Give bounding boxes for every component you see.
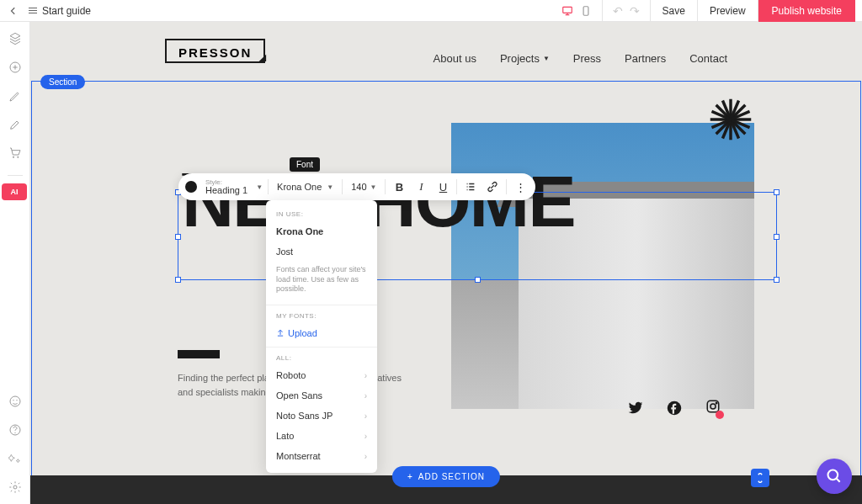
separator — [268, 179, 269, 194]
all-label: ALL: — [266, 351, 377, 365]
twitter-icon[interactable] — [628, 401, 643, 416]
facebook-icon[interactable] — [667, 401, 682, 416]
publish-button[interactable]: Publish website — [758, 0, 855, 22]
save-button[interactable]: Save — [651, 0, 698, 22]
nav-projects[interactable]: Projects▼ — [500, 52, 550, 65]
font-select[interactable]: Krona One ▼ — [274, 182, 337, 192]
svg-rect-1 — [583, 6, 588, 15]
upload-font-button[interactable]: Upload — [266, 323, 377, 343]
undo-button[interactable]: ↶ — [613, 4, 623, 18]
font-option-lato[interactable]: Lato› — [266, 426, 377, 446]
chevron-down-icon: ▼ — [256, 183, 263, 191]
left-sidebar — [0, 22, 30, 504]
preview-button[interactable]: Preview — [698, 0, 758, 22]
nav-partners[interactable]: Partners — [625, 52, 666, 65]
nav-contact[interactable]: Contact — [689, 52, 727, 65]
underline-button[interactable]: U — [434, 178, 451, 195]
font-option-roboto[interactable]: Roboto› — [266, 365, 377, 385]
more-button[interactable]: ⋮ — [512, 178, 529, 195]
italic-button[interactable]: I — [412, 178, 429, 195]
add-section-button[interactable]: + ADD SECTION — [392, 466, 500, 487]
svg-point-31 — [828, 470, 838, 480]
divider — [266, 305, 377, 305]
cart-icon[interactable] — [8, 146, 22, 160]
font-dropdown: IN USE: Krona One Jost Fonts can affect … — [266, 200, 377, 473]
chevron-right-icon: › — [364, 411, 367, 421]
emoji-icon[interactable] — [8, 395, 22, 408]
desktop-icon[interactable] — [561, 5, 573, 17]
accent-bar — [178, 350, 220, 358]
svg-point-5 — [10, 396, 20, 406]
font-option-opensans[interactable]: Open Sans› — [266, 385, 377, 406]
topbar-left: Start guide — [7, 4, 91, 18]
mobile-icon[interactable] — [580, 5, 592, 17]
nav-about[interactable]: About us — [434, 52, 476, 65]
brush-icon[interactable] — [8, 118, 22, 131]
start-guide-button[interactable]: Start guide — [29, 5, 91, 17]
settings-icon[interactable] — [8, 480, 22, 494]
separator — [385, 179, 386, 194]
instagram-icon — [705, 399, 721, 414]
redo-button[interactable]: ↷ — [630, 4, 640, 18]
top-bar: Start guide ↶ ↷ Save Preview Publish web… — [0, 0, 862, 22]
layers-icon[interactable] — [8, 32, 22, 45]
link-button[interactable] — [484, 178, 501, 195]
list-icon — [29, 8, 37, 13]
chevron-right-icon: › — [364, 371, 367, 380]
instagram-icon-wrapper[interactable] — [705, 399, 721, 417]
ai-badge[interactable]: AI — [2, 183, 27, 200]
section-badge[interactable]: Section — [40, 75, 85, 89]
chevron-down-icon: ▼ — [543, 55, 550, 62]
help-icon[interactable] — [8, 423, 22, 437]
site-logo[interactable]: PRESSON — [165, 39, 265, 63]
resize-handle-s[interactable] — [475, 277, 481, 283]
magic-icon[interactable] — [8, 452, 22, 465]
font-option-notosans[interactable]: Noto Sans JP› — [266, 406, 377, 426]
add-element-icon[interactable] — [8, 61, 22, 74]
chevron-right-icon: › — [364, 391, 367, 401]
upload-icon — [276, 329, 285, 337]
help-fab[interactable] — [817, 459, 852, 494]
font-option-krona[interactable]: Krona One — [266, 221, 377, 241]
svg-point-3 — [13, 157, 14, 158]
start-guide-label: Start guide — [42, 5, 91, 17]
svg-point-30 — [716, 402, 717, 404]
chevron-down-icon: ▼ — [327, 183, 333, 191]
font-option-montserrat[interactable]: Montserrat› — [266, 446, 377, 466]
in-use-label: IN USE: — [266, 207, 377, 221]
text-toolbar: Style: Heading 1 ▼ Krona One ▼ 140 ▼ B I… — [178, 173, 535, 200]
search-icon — [826, 468, 843, 485]
svg-point-29 — [710, 404, 716, 409]
svg-point-6 — [13, 400, 13, 401]
divider — [8, 175, 23, 176]
resize-handle-sw[interactable] — [175, 277, 181, 283]
separator — [456, 179, 457, 194]
color-picker[interactable] — [185, 181, 197, 193]
topbar-right: ↶ ↷ Save Preview Publish website — [551, 0, 855, 22]
chevron-right-icon: › — [364, 452, 367, 461]
site-nav: About us Projects▼ Press Partners Contac… — [434, 52, 727, 65]
history-buttons: ↶ ↷ — [603, 0, 651, 22]
chevron-right-icon: › — [364, 432, 367, 441]
separator — [342, 179, 343, 194]
device-toggle — [551, 0, 603, 22]
chevron-down-icon: ▼ — [370, 183, 377, 191]
resize-handle-w[interactable] — [175, 234, 181, 240]
font-option-jost[interactable]: Jost — [266, 241, 377, 262]
size-select[interactable]: 140 ▼ — [348, 182, 380, 192]
resize-handle-e[interactable] — [774, 234, 780, 240]
resize-handle-se[interactable] — [774, 277, 780, 283]
style-select[interactable]: Style: Heading 1 — [202, 179, 251, 195]
reorder-button[interactable] — [751, 469, 769, 487]
social-bar — [628, 399, 721, 417]
svg-point-4 — [17, 157, 19, 158]
svg-rect-0 — [562, 7, 572, 13]
resize-handle-ne[interactable] — [774, 189, 780, 195]
svg-point-10 — [13, 485, 17, 489]
separator — [506, 179, 507, 194]
bold-button[interactable]: B — [391, 178, 407, 195]
back-button[interactable] — [7, 4, 20, 18]
list-button[interactable] — [462, 178, 479, 195]
pen-icon[interactable] — [8, 89, 22, 103]
nav-press[interactable]: Press — [573, 52, 601, 65]
